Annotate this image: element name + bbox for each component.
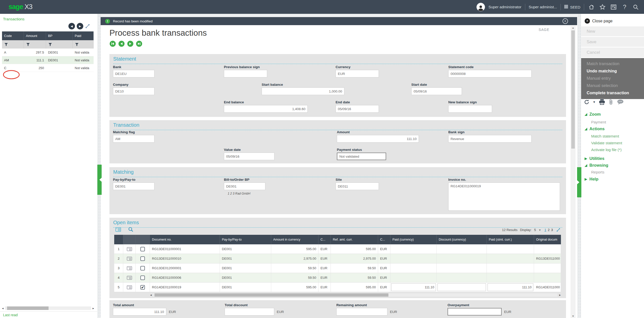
filter-funnel-icon[interactable] <box>26 43 30 46</box>
next-record-icon[interactable]: ▶ <box>77 23 83 29</box>
col-ref-amt[interactable]: Ref. amt. curr. <box>331 235 378 244</box>
bill-to-input[interactable] <box>224 183 265 190</box>
match-transaction-button[interactable]: Match transaction <box>581 60 644 67</box>
validate-statement-link[interactable]: Validate statement <box>591 141 622 145</box>
sage-x3-logo[interactable]: sageX3 <box>9 3 32 11</box>
col-amount-currency[interactable]: Amount in currency <box>271 235 318 244</box>
filter-funnel-icon[interactable] <box>75 43 78 46</box>
row-checkbox[interactable] <box>140 256 145 261</box>
site-input[interactable] <box>336 183 379 190</box>
close-page-button[interactable]: ✕ Close page <box>585 18 613 24</box>
expand-table-icon[interactable] <box>556 228 560 232</box>
col-original-doc[interactable]: Original docum <box>534 235 561 244</box>
open-item-row[interactable]: 4 RG14DE011000006 DE001 59.50 EUR 59.50 … <box>114 273 561 283</box>
column-header-paid[interactable]: Paid <box>73 31 94 40</box>
browsing-section-header[interactable]: ◢Browsing <box>585 163 608 168</box>
row-detail-icon[interactable] <box>127 257 132 261</box>
start-balance-input[interactable] <box>262 87 344 95</box>
manual-entry-button[interactable]: Manual entry <box>581 75 644 82</box>
grid-view-icon[interactable] <box>115 227 121 232</box>
complete-transaction-button[interactable]: Complete transaction <box>581 89 644 97</box>
activate-log-file-link[interactable]: Activate log file (*) <box>591 148 622 152</box>
total-discount-input[interactable] <box>225 308 274 315</box>
help-section-header[interactable]: ▶Help <box>585 177 598 181</box>
scroll-up-icon[interactable]: ▲ <box>571 26 576 29</box>
col-paid-currency[interactable]: Paid (currency) <box>390 235 437 244</box>
refresh-dropdown-icon[interactable]: ▼ <box>593 100 596 104</box>
search-icon[interactable] <box>632 3 639 11</box>
zoom-section-header[interactable]: ◢Zoom <box>585 112 601 117</box>
remaining-amount-input[interactable] <box>336 308 387 315</box>
comment-icon[interactable] <box>617 99 624 105</box>
scroll-down-icon[interactable]: ▼ <box>571 315 576 317</box>
page-1[interactable]: 1 <box>544 228 546 232</box>
endpoint-selector[interactable]: SEED <box>564 5 580 9</box>
last-record-icon[interactable] <box>136 41 142 47</box>
scroll-right-icon[interactable]: ► <box>559 294 561 296</box>
favorites-star-icon[interactable] <box>599 3 606 11</box>
currency-input[interactable] <box>336 70 379 77</box>
cancel-button[interactable]: Cancel <box>581 48 644 57</box>
reports-link[interactable]: Reports <box>591 170 605 174</box>
cell-paid-stmt-editable[interactable]: 111.10 <box>488 283 533 291</box>
end-balance-input[interactable] <box>224 105 308 113</box>
transaction-row-selected[interactable]: AM 111.1 DE001 Not valida <box>2 56 94 64</box>
expand-panel-icon[interactable] <box>85 24 90 29</box>
row-checkbox-checked[interactable]: ✔ <box>140 285 145 290</box>
transaction-row[interactable]: A 297.5 DE001 Not valida <box>2 49 94 56</box>
row-detail-icon[interactable] <box>127 247 132 251</box>
user-name[interactable]: Super administrator <box>489 5 521 9</box>
row-checkbox[interactable] <box>140 266 145 270</box>
transaction-row[interactable]: C 250 Not valida <box>2 64 94 72</box>
overpayment-input[interactable] <box>448 308 502 315</box>
manual-selection-button[interactable]: Manual selection <box>581 82 644 89</box>
start-date-input[interactable] <box>411 87 462 95</box>
value-date-input[interactable] <box>224 153 274 160</box>
cell-discount-editable[interactable] <box>437 283 486 291</box>
scroll-left-icon[interactable]: ◄ <box>2 307 4 310</box>
row-detail-icon[interactable] <box>127 285 132 289</box>
end-date-input[interactable] <box>336 105 379 113</box>
undo-matching-button[interactable]: Undo matching <box>581 67 644 75</box>
previous-balance-sign-input[interactable] <box>224 70 267 77</box>
refresh-icon[interactable] <box>584 99 590 105</box>
scroll-right-icon[interactable]: ► <box>92 307 95 310</box>
cell-paid-editable[interactable]: 111.10 <box>391 283 436 291</box>
display-dropdown-icon[interactable]: ▼ <box>538 229 541 232</box>
pay-by-input[interactable] <box>113 183 154 190</box>
bank-sign-input[interactable] <box>448 135 532 143</box>
save-button[interactable]: Save <box>581 37 644 47</box>
payment-status-input[interactable] <box>337 153 386 160</box>
news-widget-icon[interactable] <box>610 3 617 11</box>
col-document-no[interactable]: Document no. <box>150 235 220 244</box>
column-header-code[interactable]: Code <box>2 31 24 40</box>
collapse-left-panel-handle[interactable] <box>97 165 102 195</box>
attachment-icon[interactable] <box>608 99 614 105</box>
previous-record-icon[interactable] <box>118 41 125 47</box>
main-vscrollbar[interactable]: ▲ ▼ <box>571 26 576 318</box>
matching-flag-input[interactable] <box>113 135 154 143</box>
amount-input[interactable] <box>337 135 419 143</box>
page-3[interactable]: 3 <box>551 228 553 232</box>
print-icon[interactable] <box>599 99 605 105</box>
row-checkbox[interactable] <box>140 247 145 251</box>
row-detail-icon[interactable] <box>127 266 132 270</box>
column-header-bp[interactable]: BP <box>46 31 73 40</box>
filter-funnel-icon[interactable] <box>5 43 8 46</box>
user-role[interactable]: Super administ... <box>529 5 557 9</box>
left-panel-hscrollbar[interactable]: ◄ ► <box>2 306 95 310</box>
open-item-row[interactable]: 2 RG13DE011000010 DE001 2,975.00 EUR 2,9… <box>114 254 561 263</box>
display-value[interactable]: 5 <box>534 228 536 232</box>
utilities-section-header[interactable]: ▶Utilities <box>585 156 605 161</box>
col-pay-by[interactable]: Pay-by/Pay-to <box>220 235 271 244</box>
col-cur-2[interactable]: C... <box>378 235 390 244</box>
new-balance-sign-input[interactable] <box>448 105 492 113</box>
total-amount-input[interactable] <box>113 308 166 315</box>
first-record-icon[interactable] <box>110 41 116 47</box>
home-icon[interactable] <box>588 3 595 11</box>
invoice-no-textarea[interactable]: RG14DE011000019 <box>448 183 560 211</box>
filter-funnel-icon[interactable] <box>49 43 52 46</box>
column-header-amount[interactable]: Amount <box>24 31 46 40</box>
user-avatar[interactable] <box>476 3 485 11</box>
row-detail-icon[interactable] <box>127 276 132 280</box>
